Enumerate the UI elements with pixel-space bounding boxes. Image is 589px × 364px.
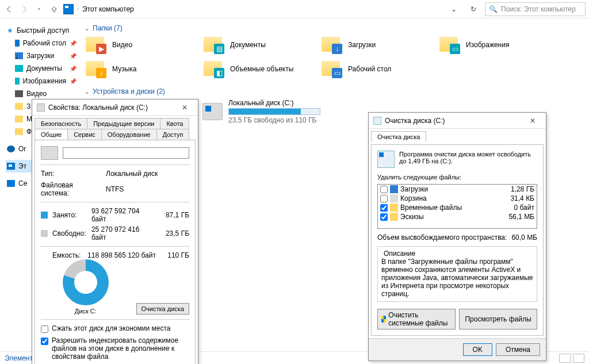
index-checkbox[interactable] (41, 338, 48, 345)
sidebar-downloads[interactable]: ↓Загрузки📌 (6, 49, 78, 62)
folder-videos[interactable]: ▶Видео (85, 36, 202, 54)
nav-back-button[interactable] (3, 3, 15, 15)
item-checkbox[interactable] (380, 204, 388, 212)
tab-prev-versions[interactable]: Предыдущие версии (87, 118, 160, 129)
clean-system-files-button[interactable]: Очистить системные файлы (377, 309, 456, 329)
folder-icon: ▭ (438, 36, 460, 54)
view-tiles-button[interactable] (573, 354, 584, 363)
item-checkbox[interactable] (380, 213, 388, 221)
sidebar-quick-access[interactable]: ★Быстрый доступ (6, 24, 78, 37)
search-placeholder: Поиск: Этот компьютер (501, 5, 576, 13)
address-bar[interactable]: Этот компьютер (82, 5, 442, 13)
tab-general[interactable]: Общие (35, 129, 68, 140)
capacity-label: Емкость: (41, 251, 82, 259)
videos-icon (15, 90, 23, 97)
folder-music[interactable]: ♪Музыка (85, 60, 202, 78)
folder-icon (15, 103, 23, 110)
cleanup-file-list[interactable]: Загрузки1,28 ГБ Корзина31,4 КБ Временные… (377, 184, 537, 229)
delete-label: Удалить следующие файлы: (377, 174, 537, 181)
drive-name: Локальный диск (C:) (228, 99, 320, 107)
pc-icon (63, 4, 74, 14)
folder-icon (15, 116, 23, 122)
item-checkbox[interactable] (380, 195, 388, 202)
view-files-button[interactable]: Просмотреть файлы (459, 309, 537, 329)
ok-button[interactable]: OK (463, 343, 492, 356)
tab-security[interactable]: Безопасность (35, 118, 87, 129)
tab-tools[interactable]: Сервис (67, 129, 102, 140)
close-button[interactable]: ✕ (176, 104, 193, 112)
shield-icon (381, 316, 386, 323)
dialog-title-text: Очистка диска (C:) (385, 117, 445, 125)
list-item[interactable]: Временные файлы0 байт (378, 203, 537, 212)
compress-checkbox-row[interactable]: Сжать этот диск для экономии места (41, 324, 189, 333)
folder-icon (390, 213, 398, 221)
tab-hardware[interactable]: Оборудование (101, 129, 157, 140)
sidebar-desktop[interactable]: Рабочий стол📌 (6, 37, 78, 49)
free-label: Свободно: (52, 229, 87, 237)
index-checkbox-row[interactable]: Разрешить индексировать содержимое файло… (41, 336, 189, 361)
nav-forward-button[interactable] (18, 3, 30, 15)
fs-label: Файловая система: (41, 181, 101, 197)
pie-label: Диск C: (41, 308, 131, 315)
view-details-button[interactable] (559, 354, 571, 363)
search-input[interactable]: 🔍 Поиск: Этот компьютер (485, 2, 586, 16)
usage-pie-chart (63, 259, 109, 305)
pin-icon: 📌 (70, 53, 77, 59)
pictures-icon (15, 78, 20, 85)
drive-c[interactable]: Локальный диск (C:) 23,5 ГБ свободно из … (202, 99, 320, 124)
sidebar-pictures[interactable]: Изображения📌 (6, 75, 78, 87)
folder-desktop[interactable]: ▭Рабочий стол (320, 60, 438, 78)
group-folders-header[interactable]: ⌄Папки (7) (85, 24, 582, 32)
folder-pictures[interactable]: ▭Изображения (438, 36, 556, 54)
total-value: 60,0 МБ (511, 233, 537, 242)
dialog-titlebar[interactable]: Очистка диска (C:) ✕ (369, 113, 546, 129)
properties-dialog: Свойства: Локальный диск (C:) ✕ Безопасн… (32, 99, 198, 364)
dialog-title-text: Свойства: Локальный диск (C:) (48, 104, 148, 112)
nav-up-button[interactable] (48, 3, 60, 15)
folder-downloads[interactable]: ↓Загрузки (320, 36, 438, 54)
address-dropdown-button[interactable]: ⌄ (446, 5, 462, 13)
tab-cleanup[interactable]: Очистка диска (371, 131, 426, 142)
item-checkbox[interactable] (380, 186, 388, 193)
type-label: Тип: (41, 170, 101, 178)
free-bytes: 25 270 972 416 байт (91, 225, 156, 242)
total-label: Объем высвобождаемого пространства: (377, 233, 507, 242)
free-gb: 23,5 ГБ (160, 229, 189, 237)
group-devices-header[interactable]: ⌄Устройства и диски (2) (85, 87, 582, 95)
nav-recent-dropdown[interactable]: ▾ (33, 3, 45, 15)
close-button[interactable]: ✕ (524, 117, 541, 125)
dialog-titlebar[interactable]: Свойства: Локальный диск (C:) ✕ (32, 99, 198, 116)
folder-icon (15, 128, 23, 135)
breadcrumb-sep-icon: › (77, 6, 79, 12)
description-fieldset: Описание В папке "Загруженные файлы прог… (377, 246, 537, 302)
list-item[interactable]: Загрузки1,28 ГБ (378, 185, 537, 194)
tab-quota[interactable]: Квота (160, 118, 189, 129)
pin-icon: 📌 (70, 78, 77, 85)
capacity-gb: 110 ГБ (160, 251, 189, 259)
tab-sharing[interactable]: Доступ (156, 129, 190, 140)
used-label: Занято: (52, 211, 87, 219)
folder-3dobjects[interactable]: ◧Объемные объекты (202, 60, 320, 78)
list-item[interactable]: Корзина31,4 КБ (378, 194, 537, 203)
disk-cleanup-button[interactable]: Очистка диска (136, 303, 189, 315)
cancel-button[interactable]: Отмена (496, 343, 540, 356)
used-bytes: 93 627 592 704 байт (91, 207, 156, 223)
list-item[interactable]: Эскизы56,1 МБ (378, 212, 537, 221)
capacity-bytes: 118 898 565 120 байт (87, 251, 156, 259)
folder-icon: ▤ (202, 36, 224, 54)
folder-icon: ▭ (320, 60, 342, 78)
sidebar-videos[interactable]: Видео (6, 87, 78, 100)
compress-checkbox[interactable] (41, 325, 48, 333)
star-icon: ★ (7, 26, 13, 35)
description-title: Описание (381, 250, 418, 258)
refresh-button[interactable]: ↻ (465, 5, 481, 13)
properties-tabs: Безопасность Предыдущие версии Квота Общ… (32, 116, 198, 140)
cleanup-intro-text: Программа очистки диска может освободить… (399, 151, 537, 168)
sidebar-documents[interactable]: Документы📌 (6, 62, 78, 75)
cloud-icon (7, 145, 15, 152)
recycle-icon (390, 194, 398, 202)
drive-name-input[interactable] (63, 147, 189, 159)
folder-documents[interactable]: ▤Документы (202, 36, 320, 54)
folder-icon: ▶ (85, 36, 106, 54)
free-swatch (41, 230, 48, 237)
